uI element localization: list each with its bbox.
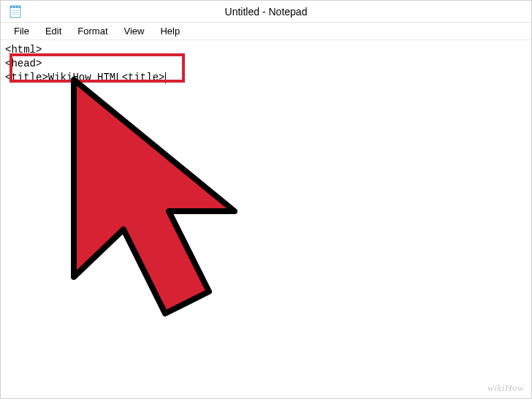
titlebar[interactable]: Untitled - Notepad (1, 1, 531, 23)
editor-line: <title>WikiHow HTML<title> (5, 71, 527, 85)
editor-line: <head> (5, 57, 527, 71)
svg-point-2 (12, 6, 13, 7)
text-editor-area[interactable]: <html> <head> <title>WikiHow HTML<title> (1, 40, 531, 398)
menu-view[interactable]: View (117, 24, 152, 38)
menu-edit[interactable]: Edit (38, 24, 69, 38)
notepad-window: Untitled - Notepad File Edit Format View… (0, 0, 532, 399)
notepad-icon (10, 5, 21, 18)
menu-help[interactable]: Help (153, 24, 187, 38)
menubar: File Edit Format View Help (1, 23, 531, 40)
window-title: Untitled - Notepad (225, 6, 308, 18)
editor-line: <html> (5, 43, 527, 57)
menu-file[interactable]: File (7, 24, 37, 38)
watermark: wikiHow (487, 382, 524, 394)
menu-format[interactable]: Format (70, 24, 115, 38)
svg-point-3 (15, 6, 16, 7)
svg-point-4 (18, 6, 19, 7)
text-cursor-icon (165, 72, 166, 83)
